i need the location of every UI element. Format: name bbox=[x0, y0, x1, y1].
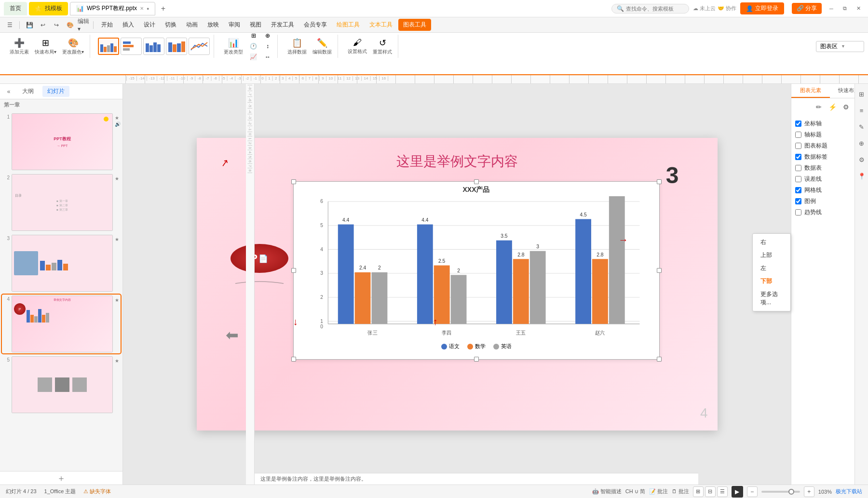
checkbox-tuli-input[interactable] bbox=[795, 198, 801, 204]
file-tab-close[interactable]: ✕ bbox=[140, 6, 144, 11]
checkbox-zuobiaoshu[interactable]: 坐标轴 bbox=[795, 120, 864, 128]
menu-text-tools[interactable]: 文本工具 bbox=[366, 19, 396, 31]
legend-pos-left[interactable]: 左 bbox=[753, 262, 790, 275]
restore-button[interactable]: ⧉ bbox=[839, 3, 851, 14]
edit-dropdown[interactable]: 编辑▾ bbox=[78, 19, 89, 31]
checkbox-zhoubiaoti-input[interactable] bbox=[795, 132, 801, 138]
far-right-icon-3[interactable]: ✎ bbox=[855, 121, 868, 133]
handle-tr[interactable] bbox=[657, 179, 662, 184]
chart-area-dropdown[interactable]: 图表区 ▼ bbox=[816, 41, 864, 52]
close-button[interactable]: ✕ bbox=[853, 3, 864, 14]
chart-type-bar-3[interactable] bbox=[143, 38, 164, 55]
undo-icon[interactable]: ↩ bbox=[37, 19, 49, 31]
slide-item-5[interactable]: 5 ★ bbox=[2, 355, 121, 414]
legend-pos-top[interactable]: 上部 bbox=[753, 249, 790, 262]
slide-item-2[interactable]: 2 目录 ■ 第一章 ■ 第二章 ■ 第三章 ★ bbox=[2, 173, 121, 232]
menu-insert[interactable]: 插入 bbox=[119, 19, 138, 31]
panel-edit-icon[interactable]: ✏ bbox=[812, 100, 826, 114]
checkbox-qushixian-input[interactable] bbox=[795, 209, 801, 215]
change-color-button[interactable]: 🎨 更改颜色▾ bbox=[60, 37, 86, 56]
reset-style-button[interactable]: ↺ 重置样式 bbox=[371, 37, 394, 56]
home-tab[interactable]: 首页 bbox=[4, 2, 27, 15]
slide-thumb-3[interactable] bbox=[12, 235, 113, 292]
menu-review[interactable]: 审阅 bbox=[225, 19, 244, 31]
sidebar-collapse-button[interactable]: « bbox=[4, 87, 14, 96]
zoom-slider[interactable] bbox=[761, 491, 800, 493]
select-data-button[interactable]: 📋 选择数据 bbox=[285, 37, 309, 56]
checkbox-tuli[interactable]: 图例 ▶ bbox=[795, 197, 864, 205]
slide-item-3[interactable]: 3 bbox=[2, 234, 121, 293]
file-tab[interactable]: 📊 WPS PPT教程.pptx ✕ ● bbox=[70, 2, 155, 15]
checkbox-tubiaobiaoti[interactable]: 图表标题 bbox=[795, 142, 864, 150]
checkbox-shujubiaoshi-input[interactable] bbox=[795, 154, 801, 160]
checkbox-zuobiaoshu-input[interactable] bbox=[795, 121, 801, 127]
play-button[interactable]: ▶ bbox=[732, 486, 743, 498]
misc-btn-5[interactable]: ↕ bbox=[262, 41, 273, 51]
lang-switcher[interactable]: CH ∪ 简 bbox=[625, 488, 645, 495]
checkbox-shujubiao[interactable]: 数据表 bbox=[795, 164, 864, 172]
jiguang-logo[interactable]: 极光下载站 bbox=[836, 488, 862, 495]
checkbox-qushixian[interactable]: 趋势线 bbox=[795, 208, 864, 216]
handle-bm[interactable] bbox=[474, 357, 479, 362]
checkbox-tubiaobiaoti-input[interactable] bbox=[795, 143, 801, 149]
menu-transition[interactable]: 切换 bbox=[161, 19, 180, 31]
sidebar-tab-slides[interactable]: 幻灯片 bbox=[42, 86, 69, 97]
handle-br[interactable] bbox=[657, 357, 662, 362]
minimize-button[interactable]: ─ bbox=[826, 3, 837, 14]
register-button[interactable]: 👤 立即登录 bbox=[740, 2, 784, 14]
checkbox-wuchaxian[interactable]: 误差线 bbox=[795, 175, 864, 183]
search-box[interactable]: 🔍 bbox=[611, 4, 689, 13]
menu-member[interactable]: 会员专享 bbox=[300, 19, 331, 31]
handle-tl[interactable] bbox=[291, 179, 296, 184]
font-warning[interactable]: ⚠ 缺失字体 bbox=[83, 488, 111, 495]
checkbox-wangge-input[interactable] bbox=[795, 187, 801, 193]
chart-container[interactable]: XXX产品 bbox=[293, 181, 660, 360]
menu-view[interactable]: 视图 bbox=[246, 19, 265, 31]
search-input[interactable] bbox=[626, 6, 684, 12]
misc-btn-3[interactable]: 📈 bbox=[247, 52, 260, 62]
canvas-area[interactable]: │-8│-7│-6│-5│-4│-3│-2│-1│0│1│2│3│4│5│6│7… bbox=[123, 84, 791, 485]
notes-btn[interactable]: 🗒 批注 bbox=[672, 488, 689, 495]
menu-design[interactable]: 设计 bbox=[140, 19, 159, 31]
panel-filter-icon[interactable]: ⚡ bbox=[826, 100, 839, 114]
legend-pos-bottom[interactable]: 下部 bbox=[753, 275, 790, 288]
slide-item-4[interactable]: 4 举例文字内容 P bbox=[2, 295, 121, 353]
panel-settings-icon[interactable]: ⚙ bbox=[839, 100, 853, 114]
template-tab[interactable]: ⭐ 找模板 bbox=[29, 2, 68, 15]
menu-animation[interactable]: 动画 bbox=[182, 19, 202, 31]
misc-btn-6[interactable]: ↔ bbox=[262, 52, 273, 62]
menu-start[interactable]: 开始 bbox=[97, 19, 117, 31]
add-tab-button[interactable]: + bbox=[157, 3, 169, 14]
misc-btn-4[interactable]: ⊕ bbox=[262, 31, 273, 40]
edit-data-button[interactable]: ✏️ 编辑数据 bbox=[311, 37, 334, 56]
chart-type-bar-5[interactable] bbox=[189, 38, 210, 55]
annotation-btn[interactable]: 📝 批注 bbox=[649, 488, 668, 495]
view-normal[interactable]: ⊞ bbox=[693, 486, 704, 497]
slide-thumb-2[interactable]: 目录 ■ 第一章 ■ 第二章 ■ 第三章 bbox=[12, 174, 113, 231]
smart-desc[interactable]: 🤖 智能描述 bbox=[592, 488, 622, 495]
handle-bl[interactable] bbox=[291, 357, 296, 362]
zoom-out-button[interactable]: − bbox=[747, 486, 758, 497]
view-list[interactable]: ☰ bbox=[717, 486, 728, 497]
far-right-icon-4[interactable]: ⊕ bbox=[855, 137, 868, 149]
set-format-button[interactable]: 🖌 设置格式 bbox=[346, 37, 369, 56]
zoom-level[interactable]: 103% bbox=[818, 489, 832, 495]
view-grid[interactable]: ⊟ bbox=[705, 486, 716, 497]
zoom-slider-thumb[interactable] bbox=[788, 489, 794, 495]
slide-thumb-4[interactable]: 举例文字内容 P bbox=[12, 296, 113, 352]
far-right-icon-1[interactable]: ⊞ bbox=[855, 88, 868, 100]
right-panel-tab-elements[interactable]: 图表元素 bbox=[791, 84, 830, 98]
misc-btn-1[interactable]: ⊞ bbox=[247, 31, 260, 40]
menu-draw-tools[interactable]: 绘图工具 bbox=[333, 19, 364, 31]
slide-item-1[interactable]: 1 PPT教程 → PPT ★ 🔊 bbox=[2, 112, 121, 171]
chart-type-bar-4[interactable] bbox=[166, 38, 187, 55]
change-type-button[interactable]: 📊 更改类型 bbox=[222, 37, 245, 56]
menu-dev[interactable]: 开发工具 bbox=[267, 19, 298, 31]
sidebar-tab-outline[interactable]: 大纲 bbox=[17, 86, 39, 97]
far-right-icon-6[interactable]: 📍 bbox=[855, 170, 868, 182]
redo-icon[interactable]: ↪ bbox=[51, 19, 62, 31]
add-slide-button[interactable]: ＋ bbox=[0, 471, 122, 485]
add-element-button[interactable]: ➕ 添加元素 bbox=[8, 37, 31, 56]
slide-thumb-1[interactable]: PPT教程 → PPT bbox=[12, 113, 113, 170]
misc-btn-2[interactable]: 🕐 bbox=[247, 41, 260, 51]
